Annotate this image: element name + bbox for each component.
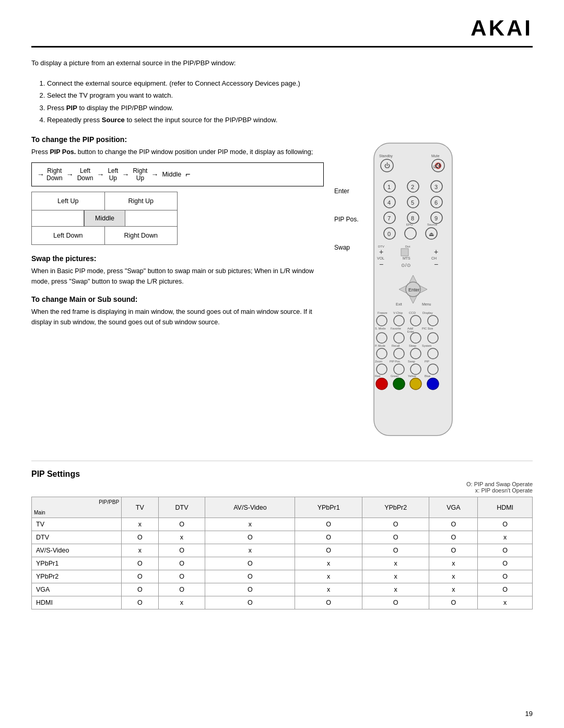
pip-cell-value: x <box>478 596 533 609</box>
pip-settings-table: Main PIP/PBP TV DTV AV/S-Video YPbPr1 YP… <box>31 497 533 609</box>
pip-cell-value: x <box>362 557 429 570</box>
pip-cell-middle: Middle <box>84 210 125 226</box>
svg-text:Blue: Blue <box>425 374 430 378</box>
pip-cell-value: O <box>158 583 205 596</box>
svg-text:Exit: Exit <box>396 302 402 306</box>
pip-table-row: HDMIOxOOOOx <box>32 596 533 609</box>
pip-table-corner-header: Main PIP/PBP <box>32 497 122 518</box>
svg-text:Red: Red <box>375 374 380 378</box>
svg-text:EPG: EPG <box>406 223 413 226</box>
pip-cell-value: O <box>362 596 429 609</box>
pip-row-label: VGA <box>32 583 122 596</box>
legend-x: x: PIP doesn't Operate <box>475 487 533 494</box>
pip-cell-left-down: Left Down <box>32 227 105 244</box>
pip-middle-spacer-right <box>125 210 177 226</box>
pip-cell-value: O <box>478 557 533 570</box>
pip-row-label: TV <box>32 518 122 531</box>
pip-cell-value: O <box>122 557 159 570</box>
akai-logo: AKAI <box>471 16 533 41</box>
intro-step-4-text: Repeatedly press Source to select the in… <box>47 116 277 124</box>
pip-cell-value: x <box>295 570 362 583</box>
svg-point-92 <box>427 378 439 390</box>
pip-cell-value: x <box>295 583 362 596</box>
flow-row: → Right Down → Left Down → Left <box>37 167 191 182</box>
pip-settings-section: PIP Settings O: PIP and Swap Operate x: … <box>31 461 533 609</box>
pip-cell-value: O <box>158 570 205 583</box>
svg-text:PIP Pos.: PIP Pos. <box>390 360 401 363</box>
pip-cell-value: x <box>205 544 295 557</box>
svg-text:Enter: Enter <box>407 330 414 333</box>
pip-cell-value: x <box>429 570 478 583</box>
svg-text:PIC Size: PIC Size <box>422 327 433 330</box>
swap-title: Swap the pictures: <box>31 254 324 263</box>
pip-cell-value: x <box>362 583 429 596</box>
pip-cell-value: O <box>478 544 533 557</box>
pip-cell-value: O <box>478 570 533 583</box>
pip-position-description: Press PIP Pos. button to change the PIP … <box>31 147 324 157</box>
svg-text:3: 3 <box>434 184 438 190</box>
svg-text:−: − <box>434 260 438 268</box>
page-header: AKAI <box>31 16 533 48</box>
pip-cell-value: x <box>158 531 205 544</box>
intro-step-4: Repeatedly press Source to select the in… <box>47 114 533 126</box>
pip-cell-value: O <box>122 570 159 583</box>
svg-text:V-Chip: V-Chip <box>393 311 403 314</box>
pip-cell-value: O <box>122 531 159 544</box>
svg-text:⏻: ⏻ <box>384 162 390 169</box>
svg-point-90 <box>393 378 405 390</box>
col-hdmi: HDMI <box>478 497 533 518</box>
svg-text:2: 2 <box>411 184 414 190</box>
svg-text:S. Mode: S. Mode <box>375 327 385 330</box>
svg-text:0: 0 <box>387 231 391 237</box>
svg-text:VOL: VOL <box>377 256 384 260</box>
flow-arrow-1: → <box>66 170 74 179</box>
svg-text:Enter: Enter <box>408 287 420 292</box>
svg-text:Menu: Menu <box>422 302 431 306</box>
col-tv: TV <box>122 497 159 518</box>
pip-cell-value: O <box>158 544 205 557</box>
svg-text:Standby: Standby <box>379 154 393 158</box>
sound-section: To change Main or Sub sound: When the re… <box>31 295 324 327</box>
pip-cell-value: O <box>295 518 362 531</box>
pip-cell-value: x <box>158 596 205 609</box>
pip-cell-value: O <box>362 518 429 531</box>
swap-label: Swap <box>334 244 358 251</box>
svg-text:−: − <box>379 260 383 268</box>
svg-text:⏏: ⏏ <box>429 231 434 237</box>
pip-table-body: TVxOxOOOODTVOxOOOOxAV/S-VideoxOxOOOOYPbP… <box>32 518 533 609</box>
svg-text:7: 7 <box>387 215 391 221</box>
pip-cell-value: O <box>295 596 362 609</box>
pip-cell-value: x <box>362 570 429 583</box>
pip-cell-value: O <box>205 596 295 609</box>
arrow-flow-diagram: → Right Down → Left Down → Left <box>31 162 324 186</box>
pip-cell-value: O <box>295 544 362 557</box>
svg-text:Source: Source <box>427 223 438 226</box>
remote-svg: Standby ⏻ Mute 🔇 ⊘ 1 2 <box>363 140 463 443</box>
pip-settings-title: PIP Settings <box>31 469 533 479</box>
left-column: To change the PIP position: Press PIP Po… <box>31 135 324 445</box>
flow-left-up: Left Up <box>108 167 118 182</box>
svg-point-89 <box>376 378 387 390</box>
pip-cell-value: O <box>122 583 159 596</box>
svg-text:9: 9 <box>434 215 438 221</box>
pip-grid-bottom-row: Left Down Right Down <box>32 227 177 244</box>
pip-cell-value: O <box>362 544 429 557</box>
svg-text:5: 5 <box>411 199 414 206</box>
svg-text:System: System <box>422 344 432 347</box>
pip-cell-value: x <box>122 544 159 557</box>
pip-table-row: DTVOxOOOOx <box>32 531 533 544</box>
svg-text:Display: Display <box>422 311 433 314</box>
pip-cell-value: O <box>429 596 478 609</box>
pip-table-row: AV/S-VideoxOxOOOO <box>32 544 533 557</box>
pip-cell-value: O <box>158 518 205 531</box>
svg-text:Favorite: Favorite <box>391 327 401 330</box>
main-content: To change the PIP position: Press PIP Po… <box>31 135 533 445</box>
remote-control: Standby ⏻ Mute 🔇 ⊘ 1 2 <box>363 140 463 445</box>
flow-right-up: Right Up <box>133 167 147 182</box>
svg-text:Dot: Dot <box>405 245 410 248</box>
pip-row-label: DTV <box>32 531 122 544</box>
remote-area: Enter PIP Pos. Swap Standby ⏻ <box>334 140 454 445</box>
right-column: Enter PIP Pos. Swap Standby ⏻ <box>334 135 454 445</box>
pip-cell-value: x <box>478 531 533 544</box>
pip-cell-value: x <box>122 518 159 531</box>
